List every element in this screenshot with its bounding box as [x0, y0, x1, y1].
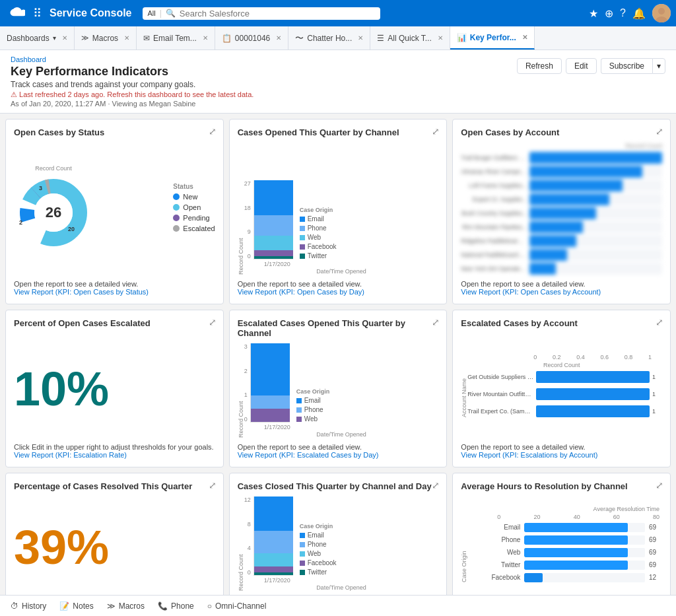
legend-esc-phone: Phone — [296, 406, 330, 413]
y-tick-0b: 0 — [244, 416, 248, 423]
tab-dashboards-arrow[interactable]: ▾ — [53, 34, 56, 42]
avg-bar-track-email — [524, 523, 645, 532]
tab-email-template[interactable]: ✉ Email Tem... ✕ — [137, 26, 215, 50]
refresh-button[interactable]: Refresh — [517, 58, 562, 74]
account-bar-fill-3 — [529, 180, 622, 191]
tab-chatter-home[interactable]: 〜 Chatter Ho... ✕ — [288, 26, 370, 50]
avg-bar-row-facebook: Facebook 12 — [467, 573, 662, 582]
account-row-1: Trail Burger Outfitters s... — [461, 152, 662, 164]
avg-bar-track-web — [524, 548, 645, 557]
bottom-bar-omni[interactable]: ○ Omni-Channel — [207, 601, 267, 611]
big-percent-resolved: 39% — [14, 496, 215, 591]
avg-bar-row-twitter: Twitter 69 — [467, 561, 662, 570]
blurred-account-bars: Trail Burger Outfitters s... Almanac Riv… — [461, 152, 662, 275]
account-name-7: Ridgeline Paddleboard. Soph... — [461, 238, 527, 244]
tab-macros[interactable]: ≫ Macros ✕ — [75, 26, 137, 50]
x-tick-avg-20: 20 — [533, 514, 540, 520]
tab-all-quick[interactable]: ☰ All Quick T... ✕ — [370, 26, 450, 50]
card-footer-link-cases-channel[interactable]: View Report (KPI: Open Cases by Day) — [238, 288, 439, 296]
legend-label-escalated: Escalated — [183, 224, 215, 232]
cases-channel-chart-area: Record Count 27 18 9 0 — [238, 143, 439, 275]
tab-case-00001046[interactable]: 📋 00001046 ✕ — [215, 26, 288, 50]
card-footer-link-escalated-channel[interactable]: View Report (KPI: Escalated Cases by Day… — [238, 451, 439, 459]
expand-icon-escalated-account[interactable]: ⤢ — [656, 317, 663, 327]
notes-icon: 📝 — [59, 601, 69, 611]
tab-chatter-close[interactable]: ✕ — [358, 34, 363, 42]
bottom-bar-notes[interactable]: 📝 Notes — [59, 601, 93, 611]
expand-icon-open-cases-status[interactable]: ⤢ — [209, 126, 217, 137]
record-count-x-label: Record Count — [461, 362, 662, 368]
y-axis-label-cases-closed: Record Count — [238, 496, 244, 591]
favorites-icon[interactable]: ★ — [589, 7, 598, 20]
account-row-6: Rim Mountain Pipettes... — [461, 221, 662, 233]
dashboard-grid: Open Cases by Status ⤢ Record Count — [0, 114, 676, 595]
record-count-label-account: Record Count — [461, 143, 662, 149]
tab-keyperf-close[interactable]: ✕ — [522, 34, 527, 41]
tab-key-perf[interactable]: 📊 Key Perfor... ✕ — [450, 26, 535, 50]
legend-sq-phone — [300, 226, 305, 231]
bottom-bar-phone[interactable]: 📞 Phone — [158, 601, 194, 611]
card-title-cases-channel: Cases Opened This Quarter by Channel — [238, 127, 439, 137]
legend-fb-channel: Facebook — [300, 243, 337, 250]
x-tick-0-8: 0.8 — [625, 354, 633, 360]
card-escalated-account: Escalated Cases by Account ⤢ 0 0.2 0.4 0… — [452, 310, 671, 467]
card-percent-escalated: Percent of Open Cases Escalated ⤢ 10% Cl… — [5, 310, 224, 467]
legend-sq-closed-email — [300, 533, 305, 538]
expand-icon-open-cases-account[interactable]: ⤢ — [656, 126, 663, 137]
card-footer-link-escalated-account[interactable]: View Report (KPI: Escalations by Account… — [461, 451, 662, 459]
donut-label-20: 20 — [68, 226, 75, 232]
x-ticks-escalated-account: 0 0.2 0.4 0.6 0.8 1 — [461, 354, 662, 360]
legend-label-email: Email — [308, 215, 324, 222]
esc-bar-track-2 — [536, 388, 650, 400]
account-row-3: Loft Frame Supplies... — [461, 180, 662, 191]
cases-closed-bars-wrapper: 12 8 4 0 — [244, 496, 439, 576]
search-filter-dropdown[interactable]: All — [148, 9, 156, 17]
avatar[interactable] — [652, 4, 671, 22]
add-widget-icon[interactable]: ⊕ — [605, 7, 613, 20]
account-bar-track-1 — [529, 152, 662, 164]
tab-allquick-close[interactable]: ✕ — [438, 34, 443, 42]
subscribe-dropdown-button[interactable]: ▾ — [652, 58, 665, 74]
card-footer-cases-channel: Open the report to see a detailed view. … — [238, 275, 439, 296]
help-icon[interactable]: ? — [620, 7, 626, 19]
tab-allquick-icon: ☰ — [377, 34, 384, 43]
expand-icon-percent-escalated[interactable]: ⤢ — [209, 317, 217, 327]
avg-bar-label-twitter: Twitter — [467, 561, 520, 568]
y-tick-1: 1 — [244, 392, 248, 398]
avg-bar-label-email: Email — [467, 524, 520, 531]
avg-bar-fill-twitter — [524, 561, 628, 570]
card-footer-link-open-cases-account[interactable]: View Report (KPI: Open Cases by Account) — [461, 288, 662, 296]
card-footer-text-open-cases-account: Open the report to see a detailed view. — [461, 280, 662, 288]
avg-bar-track-phone — [524, 535, 645, 545]
edit-button[interactable]: Edit — [566, 58, 597, 74]
account-row-5: Bush Country Supplies... — [461, 207, 662, 219]
esc-bar-track-1 — [536, 371, 650, 383]
legend-tw-channel: Twitter — [300, 252, 337, 259]
bottom-bar-phone-label: Phone — [171, 601, 194, 611]
subscribe-button[interactable]: Subscribe — [601, 58, 652, 74]
tab-email-icon: ✉ — [143, 34, 150, 43]
expand-icon-escalated-channel[interactable]: ⤢ — [432, 317, 440, 327]
tab-email-close[interactable]: ✕ — [203, 34, 208, 42]
legend-label-new: New — [183, 193, 197, 201]
tab-case-close[interactable]: ✕ — [276, 34, 281, 42]
expand-icon-cases-channel[interactable]: ⤢ — [432, 126, 440, 137]
account-bar-fill-2 — [529, 166, 642, 178]
expand-icon-cases-closed[interactable]: ⤢ — [432, 480, 440, 491]
app-grid-icon[interactable]: ⠿ — [30, 3, 44, 23]
bottom-bar-macros[interactable]: ≫ Macros — [107, 601, 145, 611]
tab-dashboards[interactable]: Dashboards ▾ ✕ — [0, 26, 75, 50]
y-tick-2: 2 — [244, 368, 248, 374]
tab-macros-close[interactable]: ✕ — [124, 34, 129, 42]
notification-icon[interactable]: 🔔 — [632, 7, 646, 20]
expand-icon-avg-hours[interactable]: ⤢ — [656, 480, 663, 491]
account-bar-track-2 — [529, 166, 662, 178]
tab-dashboards-close[interactable]: ✕ — [62, 34, 67, 42]
card-footer-link-open-cases-status[interactable]: View Report (KPI: Open Cases by Status) — [14, 288, 215, 296]
avg-bar-val-phone: 69 — [649, 536, 662, 543]
expand-icon-cases-resolved[interactable]: ⤢ — [209, 480, 217, 491]
search-input[interactable] — [180, 9, 375, 18]
card-footer-link-percent-escalated[interactable]: View Report (KPI: Escalation Rate) — [14, 451, 215, 459]
esc-account-row-3: Trail Expert Co. (Sample) 1 — [467, 405, 662, 417]
bottom-bar-history[interactable]: ⏱ History — [11, 601, 46, 611]
